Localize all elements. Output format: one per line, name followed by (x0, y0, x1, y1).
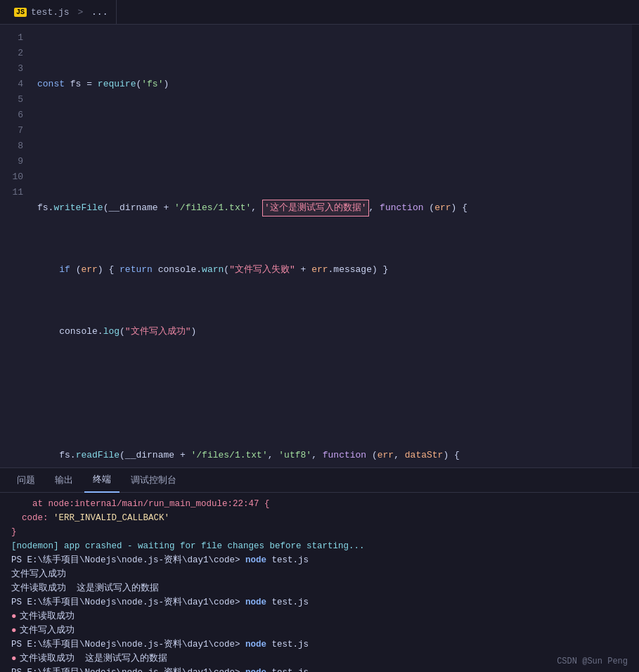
code-line-3: fs.writeFile(__dirname + '/files/1.txt',… (37, 200, 639, 216)
line-num-8: 8 (0, 138, 23, 154)
line-num-1: 1 (0, 30, 23, 46)
method-writefile: writeFile (53, 200, 103, 216)
terminal-line-3: } (11, 525, 628, 539)
breadcrumb-sep: > (77, 7, 89, 18)
line-num-5: 5 (0, 92, 23, 108)
tab-bar: JS test.js > ... (0, 0, 639, 25)
code-line-6 (37, 386, 639, 401)
code-line-1: const fs = require('fs') (37, 77, 639, 92)
keyword-function: function (380, 200, 429, 216)
file-tab[interactable]: JS test.js > ... (6, 0, 117, 25)
tab-problems-label: 问题 (17, 474, 35, 486)
breadcrumb-current: ... (91, 7, 108, 18)
line-num-2: 2 (0, 46, 23, 61)
tab-terminal[interactable]: 终端 (84, 468, 120, 493)
tab-debug-label: 调试控制台 (131, 474, 176, 486)
line-num-3: 3 (0, 61, 23, 77)
tab-debug-console[interactable]: 调试控制台 (122, 468, 185, 493)
var-fs: fs (70, 77, 86, 92)
param-err: err (434, 200, 451, 216)
code-line-5: console.log("文件写入成功") (37, 324, 639, 340)
keyword-const: const (37, 77, 70, 92)
terminal-line-8: PS E:\练手项目\Nodejs\node.js-资料\day1\code> … (11, 595, 628, 609)
js-icon: JS (14, 8, 27, 17)
terminal-line-2: code: 'ERR_INVALID_CALLBACK' (11, 511, 628, 525)
code-line-4: if (err) { return console.warn("文件写入失败" … (37, 262, 639, 278)
terminal-panel: 问题 输出 终端 调试控制台 at node:internal/main/run… (0, 467, 639, 672)
highlighted-string: '这个是测试写入的数据' (262, 200, 369, 217)
line-num-9: 9 (0, 154, 23, 169)
tab-problems[interactable]: 问题 (8, 468, 44, 493)
terminal-line-12: ●文件读取成功 这是测试写入的数据 (11, 652, 628, 666)
watermark: CSDN @Sun Peng (557, 657, 628, 666)
terminal-line-9: ●文件读取成功 (11, 609, 628, 623)
code-line-7: fs.readFile(__dirname + '/files/1.txt', … (37, 448, 639, 463)
fn-require: require (98, 77, 136, 92)
terminal-content[interactable]: at node:internal/main/run_main_module:22… (0, 493, 639, 672)
line-num-11: 11 (0, 185, 23, 200)
str-fs: 'fs' (141, 77, 163, 92)
tab-output-label: 输出 (55, 474, 73, 486)
breadcrumb-file: test.js (31, 7, 70, 18)
terminal-line-11: PS E:\练手项目\Nodejs\node.js-资料\day1\code> … (11, 638, 628, 652)
breadcrumb: test.js > ... (31, 7, 108, 18)
terminal-line-13: PS E:\练手项目\Nodejs\node.js-资料\day1\code> … (11, 666, 628, 672)
scrollbar[interactable] (632, 25, 639, 467)
terminal-line-6: 文件写入成功 (11, 567, 628, 581)
terminal-line-5: PS E:\练手项目\Nodejs\node.js-资料\day1\code> … (11, 553, 628, 567)
terminal-line-7: 文件读取成功 这是测试写入的数据 (11, 581, 628, 595)
terminal-line-10: ●文件写入成功 (11, 623, 628, 638)
line-num-10: 10 (0, 169, 23, 185)
str-path: '/files/1.txt' (174, 200, 251, 216)
tab-output[interactable]: 输出 (46, 468, 82, 493)
editor: 1 2 3 4 5 6 7 8 9 10 11 const fs = requi… (0, 25, 639, 467)
terminal-tabs: 问题 输出 终端 调试控制台 (0, 468, 639, 493)
watermark-text: CSDN @Sun Peng (557, 657, 628, 666)
tab-terminal-label: 终端 (93, 473, 111, 486)
code-line-2 (37, 138, 639, 154)
terminal-line-4: [nodemon] app crashed - waiting for file… (11, 539, 628, 553)
terminal-line-1: at node:internal/main/run_main_module:22… (11, 497, 628, 511)
line-num-6: 6 (0, 108, 23, 123)
line-num-7: 7 (0, 123, 23, 138)
line-num-4: 4 (0, 77, 23, 92)
code-area[interactable]: const fs = require('fs') fs.writeFile(__… (32, 25, 639, 467)
line-numbers: 1 2 3 4 5 6 7 8 9 10 11 (0, 25, 32, 467)
